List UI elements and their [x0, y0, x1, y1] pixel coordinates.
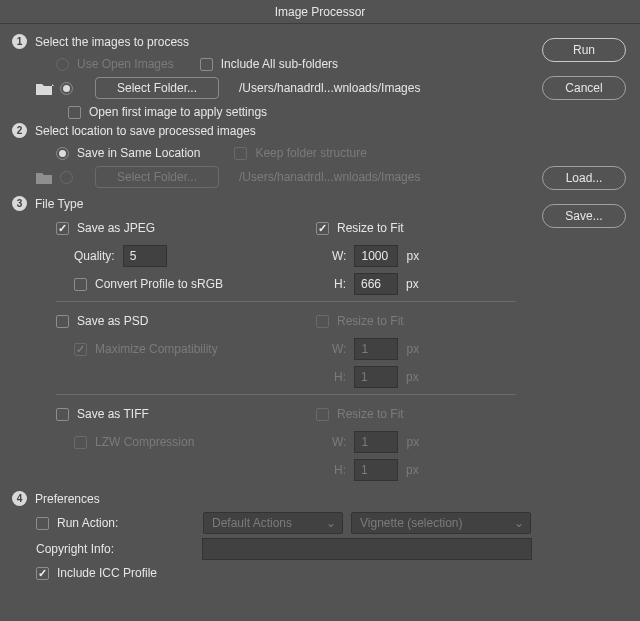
use-open-images-radio: [56, 58, 69, 71]
px-unit: px: [406, 277, 419, 291]
step-number-2: 2: [12, 123, 27, 138]
select-dest-folder-radio[interactable]: [60, 171, 73, 184]
step-title-4: Preferences: [35, 492, 100, 506]
save-same-location-label: Save in Same Location: [77, 146, 200, 160]
psd-w-label: W:: [332, 342, 346, 356]
psd-resize-checkbox: [316, 315, 329, 328]
convert-srgb-label: Convert Profile to sRGB: [95, 277, 223, 291]
save-as-tiff-checkbox[interactable]: [56, 408, 69, 421]
folder-icon: [36, 171, 52, 183]
maximize-compat-checkbox: [74, 343, 87, 356]
select-dest-folder-button: Select Folder...: [95, 166, 219, 188]
keep-folder-structure-checkbox: [234, 147, 247, 160]
load-button[interactable]: Load...: [542, 166, 626, 190]
tiff-h-label: H:: [334, 463, 346, 477]
run-button[interactable]: Run: [542, 38, 626, 62]
convert-srgb-checkbox[interactable]: [74, 278, 87, 291]
select-folder-radio[interactable]: [60, 82, 73, 95]
save-as-jpeg-label: Save as JPEG: [77, 221, 155, 235]
include-subfolders-label: Include All sub-folders: [221, 57, 338, 71]
px-unit: px: [406, 435, 419, 449]
maximize-compat-label: Maximize Compatibility: [95, 342, 218, 356]
keep-folder-structure-label: Keep folder structure: [255, 146, 366, 160]
save-as-psd-label: Save as PSD: [77, 314, 148, 328]
save-as-psd-checkbox[interactable]: [56, 315, 69, 328]
tiff-w-label: W:: [332, 435, 346, 449]
folder-icon: [36, 82, 52, 94]
include-subfolders-checkbox[interactable]: [200, 58, 213, 71]
save-as-jpeg-checkbox[interactable]: [56, 222, 69, 235]
px-unit: px: [406, 370, 419, 384]
save-button[interactable]: Save...: [542, 204, 626, 228]
action-set-select: Default Actions: [203, 512, 343, 534]
lzw-checkbox: [74, 436, 87, 449]
window-title: Image Processor: [0, 0, 640, 24]
step-number-1: 1: [12, 34, 27, 49]
jpeg-w-input[interactable]: [354, 245, 398, 267]
use-open-images-label: Use Open Images: [77, 57, 174, 71]
divider: [56, 301, 516, 302]
save-same-location-radio[interactable]: [56, 147, 69, 160]
px-unit: px: [406, 342, 419, 356]
jpeg-h-label: H:: [334, 277, 346, 291]
tiff-resize-label: Resize to Fit: [337, 407, 404, 421]
quality-input[interactable]: [123, 245, 167, 267]
cancel-button[interactable]: Cancel: [542, 76, 626, 100]
jpeg-resize-checkbox[interactable]: [316, 222, 329, 235]
step-title-2: Select location to save processed images: [35, 124, 256, 138]
psd-w-input: [354, 338, 398, 360]
jpeg-resize-label: Resize to Fit: [337, 221, 404, 235]
dest-path: /Users/hanadrdl...wnloads/Images: [239, 170, 420, 184]
step-title-3: File Type: [35, 197, 83, 211]
open-first-image-checkbox[interactable]: [68, 106, 81, 119]
copyright-label: Copyright Info:: [36, 542, 156, 556]
copyright-input[interactable]: [202, 538, 532, 560]
include-icc-label: Include ICC Profile: [57, 566, 157, 580]
psd-h-input: [354, 366, 398, 388]
divider: [56, 394, 516, 395]
save-as-tiff-label: Save as TIFF: [77, 407, 149, 421]
tiff-resize-checkbox: [316, 408, 329, 421]
tiff-h-input: [354, 459, 398, 481]
psd-h-label: H:: [334, 370, 346, 384]
step-number-3: 3: [12, 196, 27, 211]
open-first-image-label: Open first image to apply settings: [89, 105, 267, 119]
step-number-4: 4: [12, 491, 27, 506]
jpeg-w-label: W:: [332, 249, 346, 263]
run-action-checkbox[interactable]: [36, 517, 49, 530]
psd-resize-label: Resize to Fit: [337, 314, 404, 328]
step-title-1: Select the images to process: [35, 35, 189, 49]
action-select: Vignette (selection): [351, 512, 531, 534]
lzw-label: LZW Compression: [95, 435, 194, 449]
source-path: /Users/hanadrdl...wnloads/Images: [239, 81, 420, 95]
quality-label: Quality:: [74, 249, 115, 263]
tiff-w-input: [354, 431, 398, 453]
include-icc-checkbox[interactable]: [36, 567, 49, 580]
px-unit: px: [406, 249, 419, 263]
run-action-label: Run Action:: [57, 516, 157, 530]
jpeg-h-input[interactable]: [354, 273, 398, 295]
select-folder-button[interactable]: Select Folder...: [95, 77, 219, 99]
px-unit: px: [406, 463, 419, 477]
